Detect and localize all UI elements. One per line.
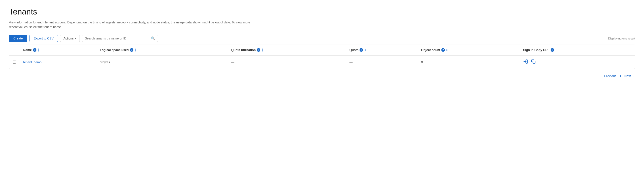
svg-rect-1: [533, 61, 535, 64]
search-input[interactable]: [85, 37, 149, 40]
col-quota: Quota ? ▲▼: [346, 45, 418, 55]
col-name: Name ? ▲▼: [20, 45, 96, 55]
col-quota-utilization: Quota utilization ? ▲▼: [228, 45, 346, 55]
copy-url-icon[interactable]: [531, 59, 536, 65]
quota-util-help-icon[interactable]: ?: [257, 48, 260, 52]
row-quota-util-cell: —: [228, 55, 346, 69]
col-logical-space: Logical space used ? ▲▼: [96, 45, 228, 55]
previous-button[interactable]: ← Previous: [600, 74, 616, 78]
object-count-help-icon[interactable]: ?: [441, 48, 445, 52]
row-logical-space-cell: 0 bytes: [96, 55, 228, 69]
search-box: 🔍: [82, 35, 158, 42]
actions-label: Actions: [64, 37, 74, 40]
toolbar: Create Export to CSV Actions ▾ 🔍 Display…: [9, 35, 635, 42]
chevron-down-icon: ▾: [75, 37, 76, 40]
col-sign-in: Sign in/Copy URL ?: [520, 45, 635, 55]
export-csv-button[interactable]: Export to CSV: [30, 35, 58, 42]
displaying-info: Displaying one result: [608, 37, 635, 40]
row-checkbox-cell: [9, 55, 20, 69]
table-header-row: Name ? ▲▼ Logical space used ? ▲▼: [9, 45, 635, 55]
sign-in-help-icon[interactable]: ?: [550, 48, 554, 52]
col-object-count: Object count ? ▲▼: [418, 45, 520, 55]
name-help-icon[interactable]: ?: [33, 48, 36, 52]
sign-in-icon[interactable]: [523, 59, 528, 65]
row-quota-cell: —: [346, 55, 418, 69]
select-all-cell: [9, 45, 20, 55]
table-row: tenant_demo 0 bytes — — 0: [9, 55, 635, 69]
previous-label: Previous: [604, 74, 616, 78]
row-name-cell: tenant_demo: [20, 55, 96, 69]
page-description: View information for each tenant account…: [9, 20, 255, 29]
tenants-table-container: Name ? ▲▼ Logical space used ? ▲▼: [9, 45, 635, 69]
row-object-count-cell: 0: [418, 55, 520, 69]
tenants-table: Name ? ▲▼ Logical space used ? ▲▼: [9, 45, 635, 69]
row-action-cell: [520, 55, 635, 69]
select-all-checkbox[interactable]: [13, 48, 16, 51]
arrow-right-icon: →: [632, 74, 635, 78]
row-checkbox[interactable]: [13, 60, 16, 64]
tenant-link[interactable]: tenant_demo: [23, 60, 42, 64]
object-count-sort-icons[interactable]: ▲▼: [446, 48, 448, 52]
page-title: Tenants: [9, 7, 635, 16]
name-sort-icons[interactable]: ▲▼: [38, 48, 39, 52]
logical-space-sort-icons[interactable]: ▲▼: [134, 48, 136, 52]
next-label: Next: [624, 74, 631, 78]
logical-space-help-icon[interactable]: ?: [130, 48, 134, 52]
quota-util-sort-icons[interactable]: ▲▼: [262, 48, 263, 52]
arrow-left-icon: ←: [600, 74, 603, 78]
quota-sort-icons[interactable]: ▲▼: [364, 48, 366, 52]
search-icon: 🔍: [151, 36, 155, 40]
pagination: ← Previous 1 Next →: [9, 74, 635, 78]
quota-help-icon[interactable]: ?: [360, 48, 363, 52]
create-button[interactable]: Create: [9, 35, 27, 42]
actions-button[interactable]: Actions ▾: [60, 35, 80, 42]
current-page: 1: [620, 74, 621, 78]
next-button[interactable]: Next →: [624, 74, 635, 78]
